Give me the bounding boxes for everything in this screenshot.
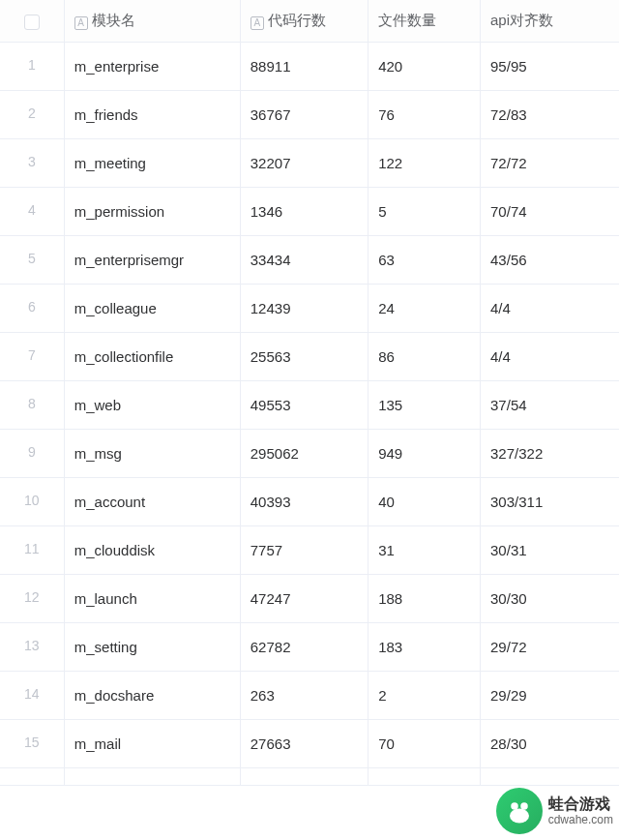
header-lines[interactable]: A代码行数 (240, 0, 368, 43)
cell-lines: 25563 (240, 333, 368, 381)
cell-files: 2 (368, 672, 481, 720)
row-index: 14 (0, 672, 64, 720)
table-row[interactable]: 3m_meeting3220712272/72 (0, 139, 619, 188)
row-index: 7 (0, 333, 64, 381)
row-index: 12 (0, 575, 64, 623)
cell-files: 24 (368, 285, 481, 333)
text-type-icon: A (74, 16, 88, 30)
cell-api: 327/322 (481, 430, 619, 478)
header-module-label: 模块名 (92, 12, 135, 28)
row-index: 8 (0, 381, 64, 430)
cell-api: 72/83 (481, 91, 619, 139)
cell-module: m_meeting (64, 139, 240, 188)
cell-module: m_launch (64, 575, 240, 623)
cell-module: m_mail (64, 720, 240, 768)
cell-api: 29/29 (481, 672, 619, 720)
select-all-checkbox[interactable] (24, 15, 40, 30)
cell-lines: 47247 (240, 575, 368, 623)
cell-api: 4/4 (481, 285, 619, 333)
cell-files: 135 (368, 381, 481, 430)
cell-files: 183 (368, 623, 481, 672)
cell-lines: 32207 (240, 139, 368, 188)
cell-files: 86 (368, 333, 481, 381)
cell-files: 40 (368, 478, 481, 526)
cell-api: 28/30 (481, 720, 619, 768)
cell-module: m_docshare (64, 672, 240, 720)
cell-lines: 295062 (240, 430, 368, 478)
cell-api: 303/311 (481, 478, 619, 526)
row-index: 2 (0, 91, 64, 139)
table-row[interactable]: 6m_colleague12439244/4 (0, 285, 619, 333)
cell-api: 29/72 (481, 623, 619, 672)
table-row[interactable]: 2m_friends367677672/83 (0, 91, 619, 139)
cell-lines: 36767 (240, 91, 368, 139)
row-index: 9 (0, 430, 64, 478)
cell-module: m_enterprise (64, 43, 240, 91)
cell-lines: 88911 (240, 43, 368, 91)
header-files[interactable]: 文件数量 (368, 0, 481, 43)
cell-files: 122 (368, 139, 481, 188)
cell-lines: 49553 (240, 381, 368, 430)
cell-files: 76 (368, 91, 481, 139)
row-index: 15 (0, 720, 64, 768)
table-row[interactable]: 9m_msg295062949327/322 (0, 430, 619, 478)
row-index: 10 (0, 478, 64, 526)
data-table: A模块名 A代码行数 文件数量 api对齐数 1m_enterprise8891… (0, 0, 619, 786)
header-api[interactable]: api对齐数 (481, 0, 619, 43)
cell-files: 63 (368, 236, 481, 285)
cell-files: 949 (368, 430, 481, 478)
table-row[interactable]: 13m_setting6278218329/72 (0, 623, 619, 672)
table-row[interactable]: 15m_mail276637028/30 (0, 720, 619, 768)
header-module[interactable]: A模块名 (64, 0, 240, 43)
row-index: 11 (0, 526, 64, 575)
header-lines-label: 代码行数 (268, 12, 326, 28)
cell-files: 420 (368, 43, 481, 91)
table-row[interactable]: 14m_docshare263229/29 (0, 672, 619, 720)
cell-files: 188 (368, 575, 481, 623)
cell-lines: 12439 (240, 285, 368, 333)
cell-module: m_permission (64, 188, 240, 236)
cell-lines: 1346 (240, 188, 368, 236)
cell-api: 72/72 (481, 139, 619, 188)
table-row[interactable]: 10m_account4039340303/311 (0, 478, 619, 526)
header-row: A模块名 A代码行数 文件数量 api对齐数 (0, 0, 619, 43)
cell-lines: 263 (240, 672, 368, 720)
table-row[interactable]: 7m_collectionfile25563864/4 (0, 333, 619, 381)
cell-module: m_friends (64, 91, 240, 139)
row-index: 3 (0, 139, 64, 188)
cell-lines: 40393 (240, 478, 368, 526)
cell-module: m_setting (64, 623, 240, 672)
cell-api: 70/74 (481, 188, 619, 236)
table-row[interactable]: 4m_permission1346570/74 (0, 188, 619, 236)
table-row-empty (0, 768, 619, 786)
table-row[interactable]: 11m_clouddisk77573130/31 (0, 526, 619, 575)
cell-module: m_collectionfile (64, 333, 240, 381)
table-body: 1m_enterprise8891142095/952m_friends3676… (0, 43, 619, 786)
cell-files: 5 (368, 188, 481, 236)
cell-lines: 33434 (240, 236, 368, 285)
cell-api: 30/30 (481, 575, 619, 623)
header-files-label: 文件数量 (378, 12, 436, 28)
cell-api: 43/56 (481, 236, 619, 285)
cell-api: 95/95 (481, 43, 619, 91)
cell-module: m_account (64, 478, 240, 526)
header-api-label: api对齐数 (490, 12, 553, 28)
row-index: 6 (0, 285, 64, 333)
table-row[interactable]: 5m_enterprisemgr334346343/56 (0, 236, 619, 285)
row-index: 4 (0, 188, 64, 236)
cell-api: 4/4 (481, 333, 619, 381)
cell-api: 37/54 (481, 381, 619, 430)
cell-module: m_msg (64, 430, 240, 478)
table-row[interactable]: 1m_enterprise8891142095/95 (0, 43, 619, 91)
text-type-icon: A (251, 16, 264, 30)
cell-lines: 7757 (240, 526, 368, 575)
cell-api: 30/31 (481, 526, 619, 575)
header-checkbox-cell (0, 0, 64, 43)
cell-files: 31 (368, 526, 481, 575)
cell-lines: 27663 (240, 720, 368, 768)
row-index: 1 (0, 43, 64, 91)
cell-files: 70 (368, 720, 481, 768)
table-row[interactable]: 8m_web4955313537/54 (0, 381, 619, 430)
table-row[interactable]: 12m_launch4724718830/30 (0, 575, 619, 623)
cell-module: m_web (64, 381, 240, 430)
